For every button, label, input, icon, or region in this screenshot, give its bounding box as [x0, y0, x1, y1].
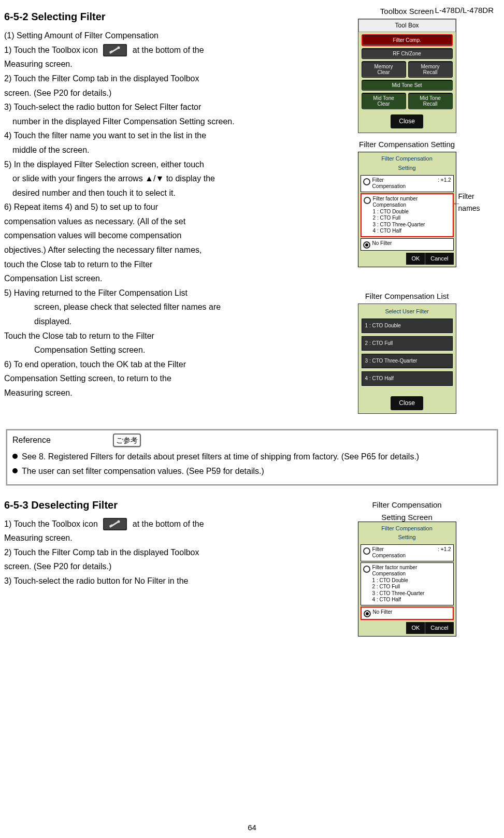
cancel-button-2[interactable]: Cancel [425, 622, 453, 634]
cancel-button[interactable]: Cancel [425, 253, 453, 265]
reference-bullet-1: See 8. Registered Filters for details ab… [12, 450, 492, 464]
d-step1-b: at the bottom of the [133, 519, 204, 528]
svg-point-6 [118, 521, 120, 523]
mid-tone-clear-button[interactable]: Mid Tone Clear [362, 93, 406, 109]
step-6-l5: touch the Close tab to return to the Fil… [4, 258, 314, 271]
toolbox-icon [103, 518, 127, 530]
step-6-l3: compensation values will become compensa… [4, 229, 314, 242]
step-6b: 6) To end operation, touch the OK tab at… [4, 358, 314, 371]
step-3: 3) Touch-select the radio button for Sel… [4, 100, 314, 114]
figures-column-2: Filter Compensation Setting Screen Filte… [314, 494, 500, 642]
section-6-5-3-text: 6-5-3 Deselecting Filter 1) Touch the To… [4, 494, 314, 589]
mid-tone-set-button[interactable]: Mid Tone Set [362, 80, 453, 91]
filter-names-callout: Filter names [458, 191, 500, 214]
toolbox-close-button[interactable]: Close [391, 114, 423, 128]
step-5b-l4: Touch the Close tab to return to the Fil… [4, 329, 314, 343]
ok-button-2[interactable]: OK [406, 622, 425, 634]
step-1-text-a: 1) Touch the Toolbox icon [4, 46, 98, 54]
opt1-label-2: Filter Compensation [372, 546, 406, 559]
reference-bullet-2: The user can set filter compensation val… [12, 465, 492, 478]
step-5b-l2: screen, please check that selected filte… [34, 300, 314, 314]
step-4-line2: middle of the screen. [12, 143, 314, 157]
reference-title: Reference [12, 434, 51, 447]
setting2-caption: Filter Compensation Setting Screen [314, 499, 500, 524]
list-close-button[interactable]: Close [391, 396, 423, 410]
setting-caption: Filter Compensation Setting [314, 138, 500, 151]
step-6b-l2: Compensation Setting screen, to return t… [4, 372, 314, 385]
section-heading-6-5-2: 6-5-2 Selecting Filter [4, 8, 314, 25]
page-number: 64 [0, 821, 504, 834]
reference-bullet-2-text: The user can set filter compensation val… [22, 465, 264, 478]
opt3-label: No Filter [372, 240, 392, 247]
opt2-items-2: 1 : CTO Double 2 : CTO Full 3 : CTO Thre… [372, 577, 425, 603]
figures-column: Toolbox Screen Tool Box Filter Comp. RF … [314, 5, 500, 414]
list-item[interactable]: 3 : CTO Three-Quarter [362, 354, 453, 368]
radio-filled-icon [363, 241, 370, 249]
radio-icon [364, 197, 371, 204]
step-5-line2: or slide with your fingers the arrows ▲/… [12, 172, 314, 185]
option-no-filter[interactable]: No Filter [361, 238, 454, 251]
list-item[interactable]: 2 : CTO Full [362, 336, 453, 351]
radio-filled-icon [364, 610, 371, 617]
toolbox-caption: Toolbox Screen [314, 5, 500, 18]
filter-comp-list-screen: Select User Filter 1 : CTO Double 2 : CT… [358, 304, 456, 414]
opt1-value-2: : +1.2 [438, 546, 451, 559]
list-item[interactable]: 4 : CTO Half [362, 371, 453, 386]
radio-icon [363, 178, 370, 185]
step-6: 6) Repeat items 4) and 5) to set up to f… [4, 200, 314, 214]
reference-box: Reference ご参考 See 8. Registered Filters … [6, 429, 498, 485]
d-step1-a: 1) Touch the Toolbox icon [4, 519, 98, 528]
step-6b-l3: Measuring screen. [4, 386, 314, 400]
toolbox-screen: Tool Box Filter Comp. RF Ch/Zone Memory … [358, 19, 456, 133]
radio-icon [363, 547, 370, 555]
step-1-text-b: at the bottom of the [133, 46, 204, 54]
step-5: 5) In the displayed Filter Selection scr… [4, 158, 314, 171]
list-item[interactable]: 1 : CTO Double [362, 319, 453, 333]
d-step2-b: screen. (See P20 for details.) [4, 560, 314, 573]
step-1: 1) Touch the Toolbox icon at the bottom … [4, 44, 314, 57]
step-5b-l5: Compensation Setting screen. [34, 343, 314, 357]
step-3-line2: number in the displayed Filter Compensat… [12, 115, 314, 128]
step-5b: 5) Having returned to the Filter Compens… [4, 286, 314, 300]
opt3-label-2: No Filter [373, 609, 393, 616]
section-heading-6-5-3: 6-5-3 Deselecting Filter [4, 497, 314, 513]
toolbox-title: Tool Box [358, 19, 456, 32]
d-step3-a: 3) Touch-select the radio button for No … [4, 574, 314, 588]
option-filter-comp-2[interactable]: Filter Compensation : +1.2 [361, 544, 454, 561]
memory-clear-button[interactable]: Memory Clear [362, 61, 406, 78]
step-6-l4: objectives.) After selecting the necessa… [4, 243, 314, 257]
reference-badge: ご参考 [113, 434, 141, 447]
d-step1-c: Measuring screen. [4, 531, 314, 545]
step-2-line2: screen. (See P20 for details.) [4, 86, 314, 100]
filter-comp-setting-screen-2: Filter Compensation Setting Filter Compe… [358, 522, 456, 637]
subheading-1: (1) Setting Amount of Filter Compensatio… [4, 29, 314, 42]
step-2: 2) Touch the Filter Comp tab in the disp… [4, 72, 314, 85]
d-step2-a: 2) Touch the Filter Comp tab in the disp… [4, 546, 314, 559]
bullet-icon [12, 468, 18, 473]
step-4: 4) Touch the filter name you want to set… [4, 129, 314, 142]
step-6-l2: compensation values as necessary. (All o… [4, 215, 314, 228]
main-text-column: 6-5-2 Selecting Filter (1) Setting Amoun… [4, 5, 314, 401]
radio-icon [363, 566, 370, 573]
option-no-filter-2[interactable]: No Filter [361, 606, 454, 620]
setting2-title: Filter Compensation Setting [361, 524, 454, 542]
setting-title: Filter Compensation Setting [361, 154, 454, 172]
opt2-items: 1 : CTO Double 2 : CTO Full 3 : CTO Thre… [373, 209, 425, 235]
mid-tone-recall-button[interactable]: Mid Tone Recall [408, 93, 453, 109]
list-title: Select User Filter [362, 307, 453, 316]
option-filter-factor[interactable]: Filter factor number Compensation 1 : CT… [361, 193, 454, 237]
svg-point-2 [118, 47, 120, 49]
memory-recall-button[interactable]: Memory Recall [408, 61, 453, 78]
option-filter-factor-2[interactable]: Filter factor number Compensation 1 : CT… [361, 562, 454, 605]
rf-ch-zone-button[interactable]: RF Ch/Zone [362, 48, 453, 59]
filter-comp-button[interactable]: Filter Comp. [362, 34, 453, 46]
option-filter-comp[interactable]: Filter Compensation : +1.2 [361, 175, 454, 192]
ok-button[interactable]: OK [406, 253, 425, 265]
step-6-l6: Compensation List screen. [4, 272, 314, 285]
step-5b-l3: displayed. [34, 315, 314, 328]
opt2-label-2: Filter factor number Compensation [372, 565, 425, 577]
step-1-line2: Measuring screen. [4, 57, 314, 71]
toolbox-icon [103, 44, 127, 56]
opt2-label: Filter factor number Compensation [373, 196, 425, 209]
bullet-icon [12, 454, 18, 459]
